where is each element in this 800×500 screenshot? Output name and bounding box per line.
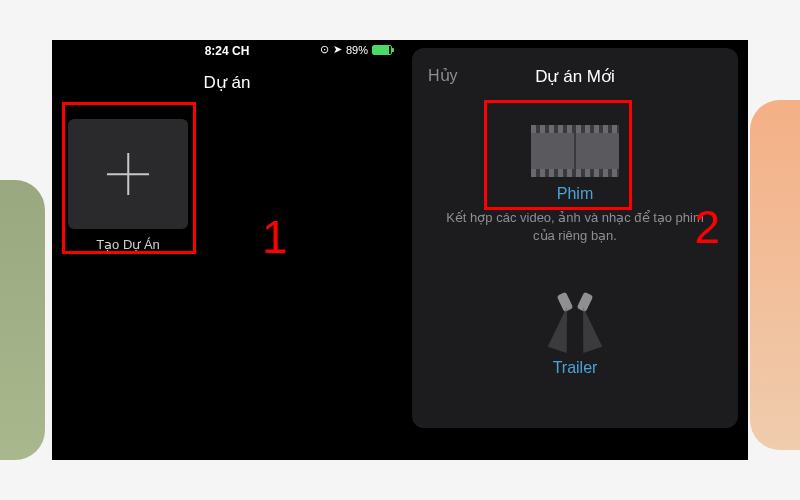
battery-icon [372,45,392,55]
plus-icon [107,153,149,195]
step-number-1: 1 [262,210,288,264]
movie-option[interactable]: Phim Kết hợp các video, ảnh và nhạc để t… [424,107,726,265]
panel-step-1: 8:24 CH ⊙ ➤ 89% Dự án Tạo Dự Án 1 [52,40,402,460]
screenshot-pair: 8:24 CH ⊙ ➤ 89% Dự án Tạo Dự Án 1 Hủy Dự… [52,40,748,460]
status-time: 8:24 CH [205,44,250,58]
film-icon [531,125,619,177]
new-project-sheet: Hủy Dự án Mới Phim Kết hợp các video, ản… [412,48,738,428]
panel-step-2: Hủy Dự án Mới Phim Kết hợp các video, ản… [402,40,748,460]
trailer-option[interactable]: Trailer [424,273,726,389]
status-bar: 8:24 CH ⊙ ➤ 89% [52,40,402,62]
movie-description: Kết hợp các video, ảnh và nhạc để tạo ph… [438,209,712,245]
status-right: ⊙ ➤ 89% [320,43,392,56]
page-title: Dự án [52,62,402,107]
sheet-header: Hủy Dự án Mới [412,56,738,101]
battery-percent: 89% [346,44,368,56]
step-number-2: 2 [694,200,720,254]
trailer-title: Trailer [438,359,712,377]
alarm-icon: ⊙ [320,43,329,56]
decorative-brush-left [0,180,45,460]
create-project-tile[interactable] [68,119,188,229]
sheet-title: Dự án Mới [535,67,615,86]
create-project-label: Tạo Dự Án [68,237,188,252]
spotlight-icon [540,291,610,351]
cancel-button[interactable]: Hủy [428,66,458,85]
location-icon: ➤ [333,43,342,56]
movie-title: Phim [438,185,712,203]
decorative-brush-right [750,100,800,450]
